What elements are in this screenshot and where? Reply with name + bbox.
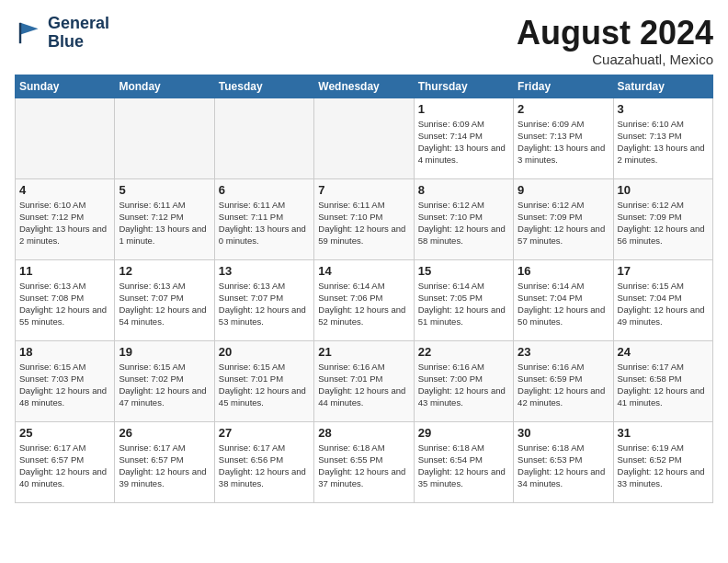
calendar-day-cell: 16Sunrise: 6:14 AMSunset: 7:04 PMDayligh… (514, 259, 613, 340)
day-number: 18 (19, 345, 110, 359)
calendar-day-cell: 11Sunrise: 6:13 AMSunset: 7:08 PMDayligh… (16, 259, 115, 340)
day-detail: Sunrise: 6:10 AMSunset: 7:12 PMDaylight:… (19, 199, 110, 247)
day-number: 29 (418, 426, 509, 440)
day-detail: Sunrise: 6:14 AMSunset: 7:05 PMDaylight:… (418, 280, 509, 328)
day-number: 4 (19, 183, 110, 197)
day-number: 9 (518, 183, 609, 197)
day-detail: Sunrise: 6:13 AMSunset: 7:07 PMDaylight:… (119, 280, 210, 328)
calendar-day-cell: 9Sunrise: 6:12 AMSunset: 7:09 PMDaylight… (514, 178, 613, 259)
calendar-day-cell: 23Sunrise: 6:16 AMSunset: 6:59 PMDayligh… (514, 340, 613, 421)
calendar-week-row: 4Sunrise: 6:10 AMSunset: 7:12 PMDaylight… (16, 178, 713, 259)
calendar-day-cell: 27Sunrise: 6:17 AMSunset: 6:56 PMDayligh… (214, 421, 313, 502)
calendar-day-cell (115, 98, 214, 178)
calendar-day-cell: 26Sunrise: 6:17 AMSunset: 6:57 PMDayligh… (115, 421, 214, 502)
day-detail: Sunrise: 6:15 AMSunset: 7:04 PMDaylight:… (618, 280, 709, 328)
day-number: 27 (219, 426, 310, 440)
calendar-week-row: 18Sunrise: 6:15 AMSunset: 7:03 PMDayligh… (16, 340, 713, 421)
day-detail: Sunrise: 6:14 AMSunset: 7:06 PMDaylight:… (318, 280, 409, 328)
calendar-day-cell: 24Sunrise: 6:17 AMSunset: 6:58 PMDayligh… (613, 340, 712, 421)
calendar-day-cell: 4Sunrise: 6:10 AMSunset: 7:12 PMDaylight… (16, 178, 115, 259)
day-detail: Sunrise: 6:18 AMSunset: 6:54 PMDaylight:… (418, 442, 509, 490)
calendar-week-row: 1Sunrise: 6:09 AMSunset: 7:14 PMDaylight… (16, 98, 713, 178)
day-detail: Sunrise: 6:18 AMSunset: 6:53 PMDaylight:… (518, 442, 609, 490)
day-detail: Sunrise: 6:12 AMSunset: 7:09 PMDaylight:… (618, 199, 709, 247)
day-detail: Sunrise: 6:16 AMSunset: 6:59 PMDaylight:… (518, 361, 609, 409)
day-detail: Sunrise: 6:10 AMSunset: 7:13 PMDaylight:… (618, 118, 709, 167)
calendar-day-cell: 18Sunrise: 6:15 AMSunset: 7:03 PMDayligh… (16, 340, 115, 421)
day-detail: Sunrise: 6:17 AMSunset: 6:56 PMDaylight:… (219, 442, 310, 490)
calendar-day-cell: 15Sunrise: 6:14 AMSunset: 7:05 PMDayligh… (414, 259, 513, 340)
calendar-day-cell: 25Sunrise: 6:17 AMSunset: 6:57 PMDayligh… (16, 421, 115, 502)
day-detail: Sunrise: 6:09 AMSunset: 7:13 PMDaylight:… (518, 118, 609, 167)
calendar-day-cell: 28Sunrise: 6:18 AMSunset: 6:55 PMDayligh… (314, 421, 414, 502)
calendar-day-cell: 12Sunrise: 6:13 AMSunset: 7:07 PMDayligh… (115, 259, 214, 340)
calendar-day-cell: 31Sunrise: 6:19 AMSunset: 6:52 PMDayligh… (613, 421, 712, 502)
day-of-week-header: Sunday (16, 75, 115, 98)
day-number: 31 (618, 426, 709, 440)
calendar-day-cell: 1Sunrise: 6:09 AMSunset: 7:14 PMDaylight… (414, 98, 513, 178)
day-of-week-header: Saturday (613, 75, 712, 98)
calendar-week-row: 25Sunrise: 6:17 AMSunset: 6:57 PMDayligh… (16, 421, 713, 502)
day-of-week-header: Tuesday (214, 75, 313, 98)
day-detail: Sunrise: 6:11 AMSunset: 7:11 PMDaylight:… (219, 199, 310, 247)
calendar-day-cell: 22Sunrise: 6:16 AMSunset: 7:00 PMDayligh… (414, 340, 513, 421)
day-detail: Sunrise: 6:15 AMSunset: 7:03 PMDaylight:… (19, 361, 110, 409)
day-number: 15 (418, 264, 509, 278)
calendar-header-row: SundayMondayTuesdayWednesdayThursdayFrid… (16, 75, 713, 98)
day-number: 1 (418, 102, 509, 116)
day-number: 3 (618, 102, 709, 116)
day-detail: Sunrise: 6:17 AMSunset: 6:57 PMDaylight:… (19, 442, 110, 490)
day-detail: Sunrise: 6:12 AMSunset: 7:10 PMDaylight:… (418, 199, 509, 247)
day-of-week-header: Thursday (414, 75, 513, 98)
calendar-week-row: 11Sunrise: 6:13 AMSunset: 7:08 PMDayligh… (16, 259, 713, 340)
day-number: 5 (119, 183, 210, 197)
calendar-day-cell (214, 98, 313, 178)
title-block: August 2024 Cuazahuatl, Mexico (517, 15, 713, 67)
day-detail: Sunrise: 6:09 AMSunset: 7:14 PMDaylight:… (418, 118, 509, 167)
day-number: 25 (19, 426, 110, 440)
svg-rect-1 (19, 23, 21, 43)
calendar-day-cell: 2Sunrise: 6:09 AMSunset: 7:13 PMDaylight… (514, 98, 613, 178)
logo: General Blue (15, 15, 109, 52)
day-detail: Sunrise: 6:19 AMSunset: 6:52 PMDaylight:… (618, 442, 709, 490)
day-number: 24 (618, 345, 709, 359)
day-number: 7 (318, 183, 409, 197)
calendar-day-cell (16, 98, 115, 178)
day-number: 30 (518, 426, 609, 440)
day-number: 21 (318, 345, 409, 359)
day-number: 26 (119, 426, 210, 440)
calendar-day-cell: 21Sunrise: 6:16 AMSunset: 7:01 PMDayligh… (314, 340, 414, 421)
page-header: General Blue August 2024 Cuazahuatl, Mex… (15, 15, 713, 67)
location: Cuazahuatl, Mexico (517, 52, 713, 67)
day-number: 16 (518, 264, 609, 278)
calendar-day-cell: 5Sunrise: 6:11 AMSunset: 7:12 PMDaylight… (115, 178, 214, 259)
calendar-day-cell: 29Sunrise: 6:18 AMSunset: 6:54 PMDayligh… (414, 421, 513, 502)
calendar-day-cell: 10Sunrise: 6:12 AMSunset: 7:09 PMDayligh… (613, 178, 712, 259)
day-detail: Sunrise: 6:13 AMSunset: 7:08 PMDaylight:… (19, 280, 110, 328)
calendar-day-cell: 8Sunrise: 6:12 AMSunset: 7:10 PMDaylight… (414, 178, 513, 259)
day-of-week-header: Wednesday (314, 75, 414, 98)
day-number: 28 (318, 426, 409, 440)
day-detail: Sunrise: 6:13 AMSunset: 7:07 PMDaylight:… (219, 280, 310, 328)
day-detail: Sunrise: 6:15 AMSunset: 7:01 PMDaylight:… (219, 361, 310, 409)
day-number: 23 (518, 345, 609, 359)
day-detail: Sunrise: 6:17 AMSunset: 6:57 PMDaylight:… (119, 442, 210, 490)
day-of-week-header: Friday (514, 75, 613, 98)
calendar-day-cell (314, 98, 414, 178)
day-detail: Sunrise: 6:11 AMSunset: 7:12 PMDaylight:… (119, 199, 210, 247)
day-detail: Sunrise: 6:11 AMSunset: 7:10 PMDaylight:… (318, 199, 409, 247)
svg-marker-0 (20, 23, 38, 35)
day-number: 10 (618, 183, 709, 197)
calendar-day-cell: 20Sunrise: 6:15 AMSunset: 7:01 PMDayligh… (214, 340, 313, 421)
day-number: 17 (618, 264, 709, 278)
calendar-table: SundayMondayTuesdayWednesdayThursdayFrid… (15, 75, 713, 503)
day-detail: Sunrise: 6:17 AMSunset: 6:58 PMDaylight:… (618, 361, 709, 409)
month-year: August 2024 (517, 15, 713, 52)
day-detail: Sunrise: 6:12 AMSunset: 7:09 PMDaylight:… (518, 199, 609, 247)
day-number: 12 (119, 264, 210, 278)
day-detail: Sunrise: 6:16 AMSunset: 7:01 PMDaylight:… (318, 361, 409, 409)
day-number: 20 (219, 345, 310, 359)
logo-icon (15, 18, 44, 48)
day-number: 2 (518, 102, 609, 116)
calendar-day-cell: 14Sunrise: 6:14 AMSunset: 7:06 PMDayligh… (314, 259, 414, 340)
